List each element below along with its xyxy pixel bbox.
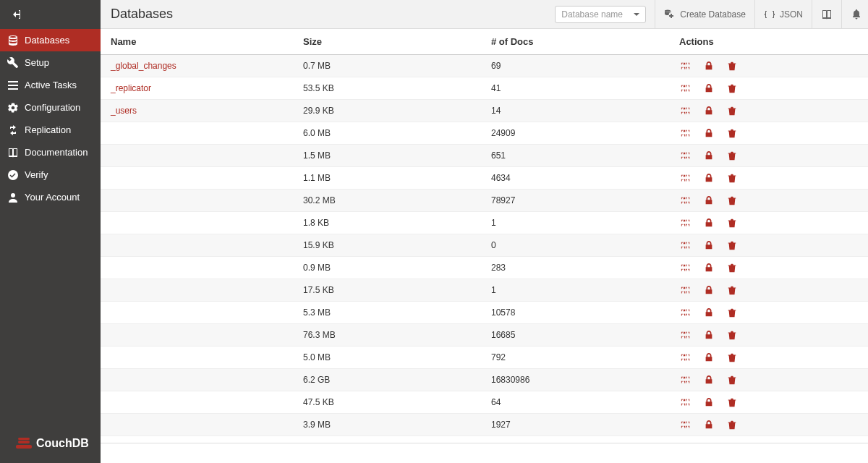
replicate-icon[interactable] bbox=[679, 352, 692, 362]
replicate-icon[interactable] bbox=[679, 218, 692, 228]
database-link[interactable]: _users bbox=[111, 106, 137, 116]
replicate-icon[interactable] bbox=[679, 173, 692, 183]
lock-icon[interactable] bbox=[702, 150, 715, 161]
replicate-icon[interactable] bbox=[679, 195, 692, 205]
braces-icon bbox=[764, 9, 775, 20]
replicate-icon[interactable] bbox=[679, 263, 692, 273]
size-cell: 6.0 MB bbox=[293, 122, 481, 145]
sidebar-item-active-tasks[interactable]: Active Tasks bbox=[0, 74, 101, 96]
database-name-dropdown[interactable]: Database name bbox=[555, 6, 646, 23]
trash-icon[interactable] bbox=[726, 307, 739, 318]
wrench-icon bbox=[7, 57, 19, 69]
table-row: 17.5 KB1 bbox=[101, 279, 868, 302]
table-row: 6.0 MB24909 bbox=[101, 122, 868, 145]
lock-icon[interactable] bbox=[702, 195, 715, 205]
replicate-icon[interactable] bbox=[679, 106, 692, 116]
sidebar-item-verify[interactable]: Verify bbox=[0, 163, 101, 186]
table-row: 15.9 KB0 bbox=[101, 234, 868, 257]
lock-icon[interactable] bbox=[702, 61, 715, 71]
sidebar-item-configuration[interactable]: Configuration bbox=[0, 96, 101, 119]
lock-icon[interactable] bbox=[702, 330, 715, 340]
sidebar-item-documentation[interactable]: Documentation bbox=[0, 141, 101, 163]
sidebar-item-setup[interactable]: Setup bbox=[0, 51, 101, 74]
trash-icon[interactable] bbox=[726, 128, 739, 138]
trash-icon[interactable] bbox=[726, 352, 739, 362]
trash-icon[interactable] bbox=[726, 61, 739, 71]
dropdown-placeholder: Database name bbox=[561, 9, 623, 20]
lock-icon[interactable] bbox=[702, 218, 715, 228]
lock-icon[interactable] bbox=[702, 128, 715, 138]
lock-icon[interactable] bbox=[702, 420, 715, 430]
docs-cell: 792 bbox=[481, 347, 669, 369]
docs-cell: 283 bbox=[481, 257, 669, 279]
book-icon bbox=[7, 147, 19, 158]
lock-icon[interactable] bbox=[702, 285, 715, 295]
replicate-icon[interactable] bbox=[679, 61, 692, 71]
svg-rect-3 bbox=[16, 445, 32, 449]
col-name[interactable]: Name bbox=[101, 29, 293, 55]
sidebar-item-your-account[interactable]: Your Account bbox=[0, 186, 101, 208]
collapse-sidebar-button[interactable] bbox=[0, 0, 101, 29]
size-cell: 15.9 KB bbox=[293, 234, 481, 257]
replicate-icon[interactable] bbox=[679, 307, 692, 318]
replicate-icon[interactable] bbox=[679, 240, 692, 250]
replicate-icon[interactable] bbox=[679, 150, 692, 161]
trash-icon[interactable] bbox=[726, 263, 739, 273]
col-size[interactable]: Size bbox=[293, 29, 481, 55]
list-icon bbox=[7, 80, 19, 91]
sidebar-item-replication[interactable]: Replication bbox=[0, 119, 101, 141]
database-link[interactable]: _global_changes bbox=[111, 61, 176, 71]
brand-text: CouchDB bbox=[36, 437, 89, 450]
notifications-button[interactable] bbox=[841, 0, 868, 29]
trash-icon[interactable] bbox=[726, 218, 739, 228]
trash-icon[interactable] bbox=[726, 150, 739, 161]
table-row: 6.2 GB16830986 bbox=[101, 369, 868, 391]
trash-icon[interactable] bbox=[726, 330, 739, 340]
svg-rect-5 bbox=[18, 438, 30, 440]
trash-icon[interactable] bbox=[726, 195, 739, 205]
trash-icon[interactable] bbox=[726, 83, 739, 93]
database-icon bbox=[7, 35, 19, 46]
size-cell: 3.9 MB bbox=[293, 414, 481, 436]
table-row: 0.9 MB283 bbox=[101, 257, 868, 279]
docs-cell: 10578 bbox=[481, 302, 669, 324]
replicate-icon[interactable] bbox=[679, 83, 692, 93]
replicate-icon[interactable] bbox=[679, 285, 692, 295]
lock-icon[interactable] bbox=[702, 352, 715, 362]
replicate-icon[interactable] bbox=[679, 330, 692, 340]
lock-icon[interactable] bbox=[702, 240, 715, 250]
table-row: _global_changes0.7 MB69 bbox=[101, 55, 868, 77]
database-link[interactable]: _replicator bbox=[111, 83, 151, 93]
trash-icon[interactable] bbox=[726, 420, 739, 430]
lock-icon[interactable] bbox=[702, 83, 715, 93]
trash-icon[interactable] bbox=[726, 397, 739, 407]
sidebar-item-databases[interactable]: Databases bbox=[0, 29, 101, 51]
trash-icon[interactable] bbox=[726, 240, 739, 250]
replicate-icon[interactable] bbox=[679, 420, 692, 430]
lock-icon[interactable] bbox=[702, 173, 715, 183]
replicate-icon[interactable] bbox=[679, 375, 692, 385]
trash-icon[interactable] bbox=[726, 285, 739, 295]
size-cell: 5.3 MB bbox=[293, 302, 481, 324]
docs-cell: 0 bbox=[481, 234, 669, 257]
trash-icon[interactable] bbox=[726, 375, 739, 385]
brand-logo: CouchDB bbox=[0, 437, 101, 463]
databases-table: Name Size # of Docs Actions _global_chan… bbox=[101, 29, 868, 443]
docs-header-button[interactable] bbox=[812, 0, 841, 29]
lock-icon[interactable] bbox=[702, 263, 715, 273]
lock-icon[interactable] bbox=[702, 375, 715, 385]
replicate-icon[interactable] bbox=[679, 128, 692, 138]
create-database-button[interactable]: Create Database bbox=[655, 0, 754, 29]
json-button[interactable]: JSON bbox=[754, 0, 812, 29]
size-cell: 0.7 MB bbox=[293, 55, 481, 77]
trash-icon[interactable] bbox=[726, 173, 739, 183]
lock-icon[interactable] bbox=[702, 397, 715, 407]
size-cell: 6.2 GB bbox=[293, 369, 481, 391]
lock-icon[interactable] bbox=[702, 307, 715, 318]
lock-icon[interactable] bbox=[702, 106, 715, 116]
trash-icon[interactable] bbox=[726, 106, 739, 116]
replicate-icon[interactable] bbox=[679, 397, 692, 407]
col-docs[interactable]: # of Docs bbox=[481, 29, 669, 55]
table-row: 344.7 MB926581 bbox=[101, 436, 868, 443]
docs-cell: 1 bbox=[481, 279, 669, 302]
